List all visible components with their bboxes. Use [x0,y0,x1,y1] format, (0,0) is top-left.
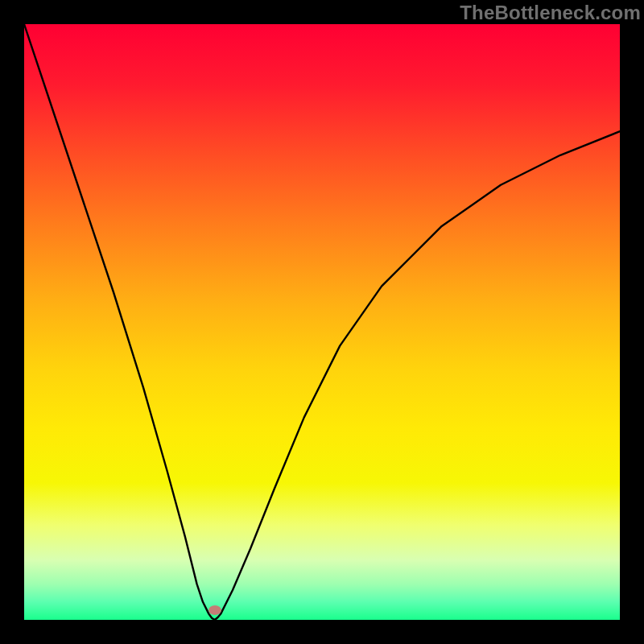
watermark-label: TheBottleneck.com [460,2,641,24]
curve-svg [24,24,620,620]
optimal-point-marker [208,605,221,615]
bottleneck-curve [24,24,620,620]
chart-frame: TheBottleneck.com [0,0,644,644]
plot-area [24,24,620,620]
